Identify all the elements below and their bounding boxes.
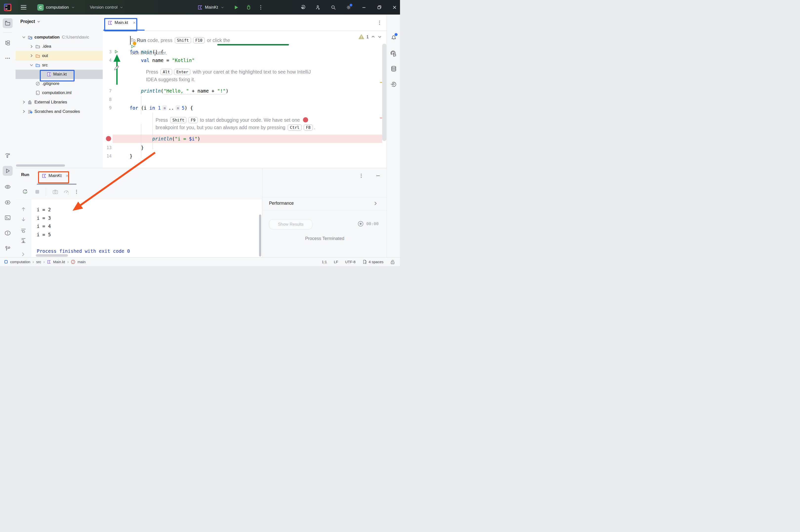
tip-text: icon in the gutter. — [130, 50, 167, 56]
line-number[interactable]: 3 — [103, 48, 112, 56]
up-stacktrace-icon[interactable] — [20, 206, 26, 212]
database-tool-icon[interactable] — [390, 65, 397, 72]
line-number[interactable]: 9 — [103, 104, 112, 112]
timer-value: 00:00 — [366, 222, 379, 226]
soft-wrap-icon[interactable] — [20, 228, 26, 233]
line-number[interactable]: 14 — [103, 152, 112, 160]
run-gutter-icon-inline — [130, 44, 230, 49]
breadcrumb-item[interactable]: main — [78, 260, 86, 264]
scroll-to-end-icon[interactable] — [20, 238, 26, 243]
code-with-me-icon[interactable] — [315, 5, 321, 10]
caret-position[interactable]: 1:1 — [322, 260, 327, 264]
tree-item-external-libraries[interactable]: External Libraries — [16, 97, 103, 107]
console-vertical-scrollbar[interactable] — [259, 214, 261, 256]
kbd-f9: F9 — [188, 117, 197, 123]
project-horizontal-scrollbar[interactable] — [16, 165, 65, 167]
gutter-run-icon[interactable] — [114, 50, 118, 54]
settings-icon[interactable] — [346, 5, 351, 10]
tree-item-idea[interactable]: .idea — [16, 42, 103, 51]
code-line-bp[interactable]: println("i = $i") — [130, 135, 200, 143]
tree-item-computation-iml[interactable]: computation.iml — [16, 88, 103, 98]
rerun-button[interactable] — [22, 189, 28, 195]
inspections-widget[interactable]: 1 — [359, 34, 382, 39]
ai-assistant-icon[interactable] — [300, 5, 305, 10]
terminal-tool-button[interactable] — [3, 213, 13, 223]
code-line-7[interactable]: println("Hello, " + name + "!") — [130, 87, 228, 95]
tree-item-computation[interactable]: computationC:\Users\davic — [16, 33, 103, 42]
line-number[interactable]: 7 — [103, 87, 112, 95]
build-tool-button[interactable] — [3, 151, 13, 160]
line-separator[interactable]: LF — [334, 260, 338, 264]
debug-button[interactable] — [246, 4, 252, 11]
build-tool-window-icon[interactable] — [390, 81, 397, 88]
performance-header[interactable]: Performance — [263, 197, 387, 211]
structure-tool-button[interactable] — [3, 38, 13, 48]
run-button[interactable] — [233, 4, 239, 11]
services-eye-tool-button[interactable] — [3, 182, 13, 192]
tree-item-gitignore[interactable]: .gitignore — [16, 79, 103, 88]
chevron-down-icon — [37, 19, 41, 24]
breadcrumb-item[interactable]: src — [36, 260, 41, 264]
stop-button[interactable] — [34, 189, 40, 195]
code-line-13[interactable]: } — [130, 144, 144, 152]
console-line: i = 3 — [31, 214, 263, 223]
file-encoding[interactable]: UTF-8 — [345, 260, 356, 264]
line-number[interactable]: 13 — [103, 144, 112, 152]
next-problem-icon[interactable] — [378, 35, 382, 39]
breakpoint-dot[interactable] — [106, 136, 111, 141]
indent-style[interactable]: 4 spaces — [362, 260, 383, 264]
close-tab-icon[interactable] — [132, 21, 136, 25]
svg-text:f: f — [73, 260, 74, 263]
run-tool-button[interactable] — [3, 166, 13, 176]
breakpoint-stripe-mark[interactable] — [380, 117, 382, 118]
main-menu-icon[interactable] — [21, 5, 26, 10]
maximize-button[interactable] — [377, 5, 382, 10]
editor-vertical-scrollbar[interactable] — [382, 44, 386, 141]
tree-item-src[interactable]: src — [16, 60, 103, 70]
close-button[interactable] — [392, 5, 397, 10]
lock-icon[interactable] — [391, 260, 395, 264]
search-everywhere-icon[interactable] — [330, 5, 336, 10]
tree-item-scratches[interactable]: Scratches and Consoles — [16, 107, 103, 116]
breadcrumb-item[interactable]: Main.kt — [53, 260, 65, 264]
git-tool-button[interactable] — [3, 244, 13, 253]
more-actions-icon[interactable] — [258, 5, 264, 10]
down-stacktrace-icon[interactable] — [20, 216, 26, 223]
minimize-button[interactable] — [361, 5, 367, 10]
line-number[interactable]: 8 — [103, 95, 112, 104]
ai-assistant-tool-icon[interactable] — [390, 50, 397, 57]
breadcrumb-item[interactable]: computation — [10, 260, 31, 264]
more-tool-windows-button[interactable] — [3, 53, 13, 63]
editor-tab-main-kt[interactable]: Main.kt — [105, 17, 139, 28]
line-number[interactable]: 4 — [103, 56, 112, 65]
run-console[interactable]: i = 2i = 3i = 4i = 5 Process finished wi… — [31, 199, 263, 258]
run-tab-mainkt[interactable]: MainKt — [40, 170, 71, 182]
editor-tab-label: Main.kt — [115, 20, 128, 25]
warning-stripe-mark[interactable] — [380, 82, 382, 83]
code-token — [155, 105, 158, 111]
vcs-widget[interactable]: Version control — [90, 5, 123, 10]
console-horizontal-scrollbar[interactable] — [36, 254, 68, 257]
services-tool-button[interactable] — [3, 197, 13, 207]
notifications-bell-icon[interactable] — [390, 34, 397, 41]
breadcrumb[interactable]: computation › src › Main.kt › f main — [4, 260, 86, 264]
tree-item-main-kt[interactable]: Main.kt — [16, 70, 103, 79]
capture-snapshot-icon[interactable] — [52, 189, 58, 195]
console-more-icon[interactable] — [74, 189, 79, 195]
expand-console-icon[interactable] — [20, 251, 26, 258]
show-results-button[interactable]: Show Results — [269, 219, 312, 229]
profiler-gauge-icon[interactable] — [63, 189, 69, 195]
project-tool-button[interactable] — [3, 18, 13, 28]
tree-item-out[interactable]: out — [16, 51, 103, 60]
problems-tool-button[interactable] — [3, 228, 13, 238]
project-widget[interactable]: C computation — [37, 4, 75, 11]
tab-options-icon[interactable] — [377, 20, 382, 25]
close-tab-icon[interactable] — [65, 174, 69, 178]
run-config-name[interactable]: MainKt — [205, 5, 218, 10]
code-line-9[interactable]: for (i in 1≤..≤5) { — [130, 104, 193, 112]
project-panel-header[interactable]: Project — [20, 19, 41, 24]
prev-problem-icon[interactable] — [371, 35, 375, 39]
code-line-14[interactable]: } — [130, 152, 132, 160]
code-line-4[interactable]: val name = "Kotlin" — [130, 56, 194, 65]
debug-tip-line2: breakpoint for you, but you can always a… — [155, 123, 315, 132]
